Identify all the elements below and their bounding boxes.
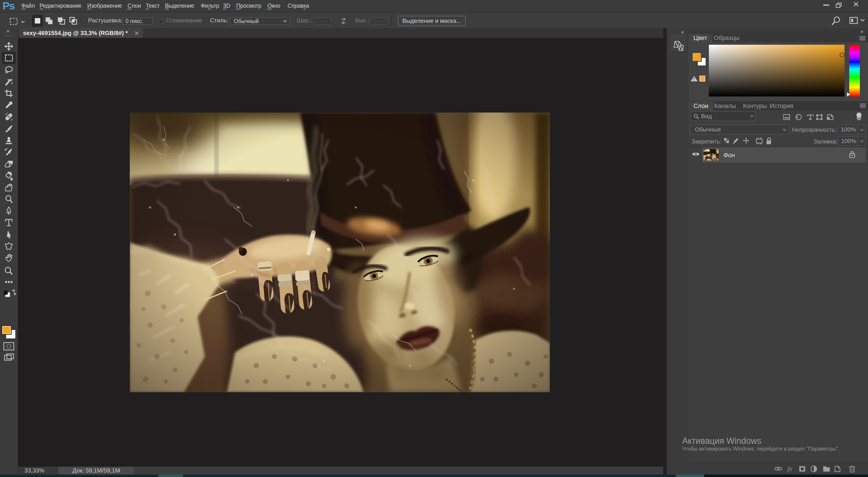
svg-text:fx: fx bbox=[787, 465, 792, 472]
svg-text:»: » bbox=[6, 28, 9, 34]
